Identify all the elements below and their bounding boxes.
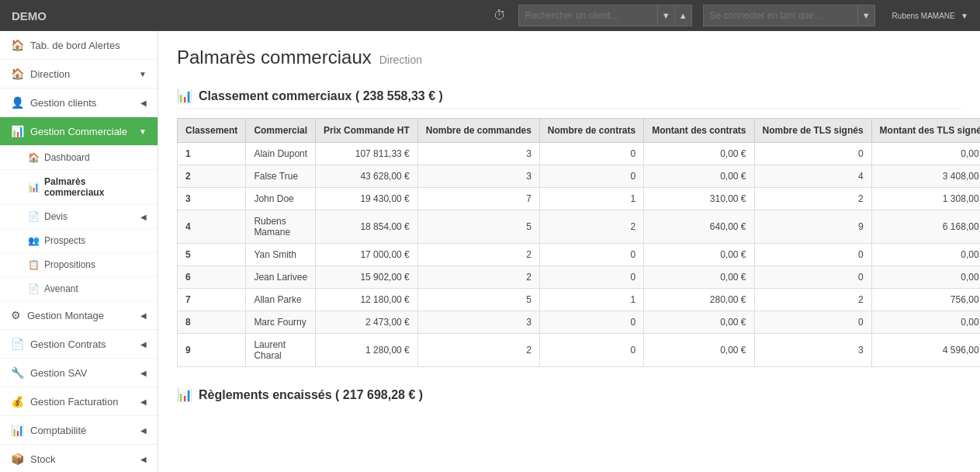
sidebar-sub-dashboard[interactable]: 🏠 Dashboard: [0, 146, 158, 170]
cell-rank: 2: [178, 165, 246, 188]
page-subtitle: Direction: [379, 54, 422, 66]
chevron-down-icon: ▼: [139, 70, 147, 78]
chevron-left-icon: ◀: [140, 99, 147, 107]
user-label: Rubens MAMANE ▼: [889, 10, 968, 21]
cell-commercial: Yan Smith: [246, 244, 316, 266]
table-row: 5 Yan Smith 17 000,00 € 2 0 0,00 € 0 0,0…: [178, 244, 981, 266]
cell-prix: 15 902,00 €: [316, 266, 418, 289]
cell-prix: 2 473,00 €: [316, 311, 418, 334]
cell-commercial: Marc Fourny: [246, 311, 316, 334]
col-prix: Prix Commande HT: [316, 119, 418, 143]
cell-prix: 43 628,00 €: [316, 165, 418, 188]
cell-mt-tls: 756,00 €: [871, 289, 980, 311]
search-toggle-btn[interactable]: ▲: [675, 5, 692, 26]
classement-section-header: 📊 Classement commerciaux ( 238 558,33 € …: [177, 84, 961, 109]
clients-icon: 👤: [11, 96, 24, 109]
sidebar: 🏠 Tab. de bord Alertes 🏠 Direction ▼ 👤 G…: [0, 31, 158, 472]
navbar-center: ⏱ ▼ ▲ ▼ Rubens MAMANE ▼: [493, 5, 968, 26]
chevron-down-icon2: ▼: [139, 127, 147, 136]
cell-nb-contrats: 0: [539, 143, 643, 165]
cell-rank: 9: [178, 334, 246, 367]
cell-mt-tls: 0,00 €: [871, 266, 980, 289]
cell-rank: 4: [178, 210, 246, 244]
cell-nb-contrats: 1: [539, 289, 643, 311]
cell-mt-contrats: 280,00 €: [644, 289, 754, 311]
sidebar-item-contrats[interactable]: 📄 Gestion Contrats ◀: [0, 330, 158, 359]
sidebar-item-stock[interactable]: 📦 Stock ◀: [0, 445, 158, 472]
cell-commercial: Jean Larivee: [246, 266, 316, 289]
prospects-icon: 👥: [28, 235, 40, 246]
cell-nb-tls: 2: [754, 188, 871, 210]
cell-nb-cmd: 2: [417, 334, 539, 367]
cell-mt-tls: 6 168,00 €: [871, 210, 980, 244]
clock-icon[interactable]: ⏱: [493, 9, 506, 23]
cell-rank: 1: [178, 143, 246, 165]
cell-nb-tls: 4: [754, 165, 871, 188]
cell-nb-contrats: 1: [539, 188, 643, 210]
main-layout: 🏠 Tab. de bord Alertes 🏠 Direction ▼ 👤 G…: [0, 31, 980, 472]
sidebar-sub-propositions[interactable]: 📋 Propositions: [0, 253, 158, 277]
sidebar-item-comptabilite[interactable]: 📊 Comptabilité ◀: [0, 416, 158, 445]
classement-table: Classement Commercial Prix Commande HT N…: [177, 118, 980, 367]
sidebar-sub-palmares[interactable]: 📊 Palmarès commerciaux: [0, 170, 158, 205]
cell-mt-contrats: 0,00 €: [644, 244, 754, 266]
cell-nb-tls: 0: [754, 244, 871, 266]
comptabilite-arrow: ◀: [140, 426, 147, 435]
cell-mt-contrats: 0,00 €: [644, 266, 754, 289]
cell-rank: 5: [178, 244, 246, 266]
sidebar-item-gestion-clients[interactable]: 👤 Gestion clients ◀: [0, 88, 158, 117]
sidebar-sub-avenant[interactable]: 📄 Avenant: [0, 277, 158, 301]
facturation-icon: 💰: [11, 395, 24, 408]
table-row: 1 Alain Dupont 107 811,33 € 3 0 0,00 € 0…: [178, 143, 981, 165]
sav-arrow: ◀: [140, 369, 147, 377]
page-header: Palmarès commerciaux Direction: [177, 47, 961, 68]
sidebar-item-facturation[interactable]: 💰 Gestion Facturation ◀: [0, 387, 158, 416]
table-row: 7 Allan Parke 12 180,00 € 5 1 280,00 € 2…: [178, 289, 981, 311]
cell-commercial: John Doe: [246, 188, 316, 210]
cell-commercial: Allan Parke: [246, 289, 316, 311]
cell-nb-tls: 9: [754, 210, 871, 244]
sidebar-sub-prospects[interactable]: 👥 Prospects: [0, 229, 158, 253]
sidebar-item-gestion-commerciale[interactable]: 📊 Gestion Commerciale ▼: [0, 117, 158, 146]
sidebar-item-montage[interactable]: ⚙ Gestion Montage ◀: [0, 301, 158, 330]
cell-prix: 17 000,00 €: [316, 244, 418, 266]
cell-mt-tls: 3 408,00 €: [871, 165, 980, 188]
contrats-icon: 📄: [11, 338, 24, 350]
cell-nb-contrats: 0: [539, 165, 643, 188]
table-row: 2 False True 43 628,00 € 3 0 0,00 € 4 3 …: [178, 165, 981, 188]
table-row: 3 John Doe 19 430,00 € 7 1 310,00 € 2 1 …: [178, 188, 981, 210]
sidebar-item-alertes[interactable]: 🏠 Tab. de bord Alertes: [0, 31, 158, 60]
cell-mt-tls: 0,00 €: [871, 143, 980, 165]
cell-nb-cmd: 7: [417, 188, 539, 210]
col-commercial: Commercial: [246, 119, 316, 143]
table-row: 8 Marc Fourny 2 473,00 € 3 0 0,00 € 0 0,…: [178, 311, 981, 334]
cell-nb-cmd: 2: [417, 244, 539, 266]
connect-search: ▼: [703, 5, 875, 26]
table-row: 4 Rubens Mamane 18 854,00 € 5 2 640,00 €…: [178, 210, 981, 244]
connect-input[interactable]: [703, 5, 858, 26]
cell-nb-cmd: 2: [417, 266, 539, 289]
sidebar-item-sav[interactable]: 🔧 Gestion SAV ◀: [0, 359, 158, 387]
montage-arrow: ◀: [140, 311, 147, 320]
commerciale-icon: 📊: [11, 125, 24, 137]
chart-bar-icon: 📊: [177, 88, 192, 103]
dashboard-icon: 🏠: [28, 152, 40, 163]
sidebar-sub-devis[interactable]: 📄 Devis ◀: [0, 205, 158, 229]
cell-mt-tls: 1 308,00 €: [871, 188, 980, 210]
palmares-icon: 📊: [28, 182, 40, 193]
cell-nb-cmd: 3: [417, 165, 539, 188]
home-icon: 🏠: [11, 39, 24, 51]
facturation-arrow: ◀: [140, 397, 147, 406]
table-row: 6 Jean Larivee 15 902,00 € 2 0 0,00 € 0 …: [178, 266, 981, 289]
cell-prix: 19 430,00 €: [316, 188, 418, 210]
search-input[interactable]: [518, 5, 658, 26]
cell-rank: 7: [178, 289, 246, 311]
search-dropdown-btn[interactable]: ▼: [658, 5, 675, 26]
connect-dropdown-btn[interactable]: ▼: [858, 5, 875, 26]
cell-nb-tls: 0: [754, 311, 871, 334]
sidebar-item-direction[interactable]: 🏠 Direction ▼: [0, 60, 158, 88]
cell-rank: 8: [178, 311, 246, 334]
col-classement: Classement: [178, 119, 246, 143]
cell-rank: 6: [178, 266, 246, 289]
cell-mt-tls: 0,00 €: [871, 244, 980, 266]
